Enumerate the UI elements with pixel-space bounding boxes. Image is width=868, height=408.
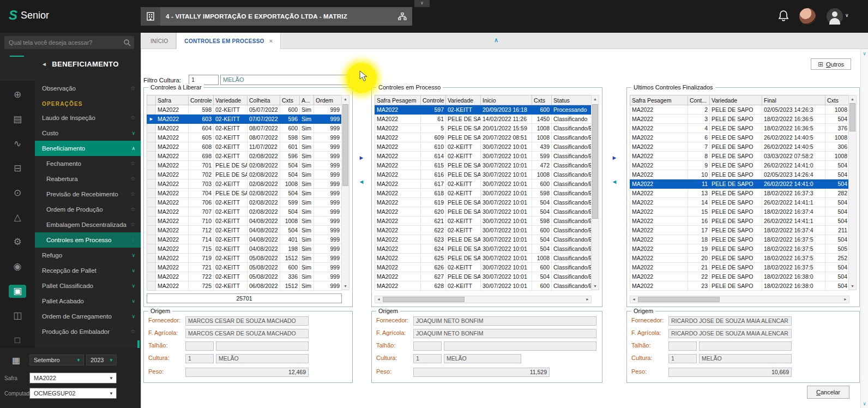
- table-row[interactable]: MA202259802-KEITT05/07/2022600Sim999: [147, 105, 342, 115]
- agricola-field[interactable]: RICARDO JOSE DE SOUZA MAIA ALENCAR: [668, 329, 792, 338]
- analytics-icon[interactable]: ▤: [9, 113, 26, 126]
- sidebar-item-recepcao-de-pallet[interactable]: Recepção de Pallet∨: [35, 263, 141, 278]
- scroll-thumb[interactable]: [638, 297, 720, 302]
- scroll-down-icon[interactable]: ▼: [342, 283, 349, 290]
- lab-icon[interactable]: △: [9, 211, 26, 224]
- company-selector[interactable]: 4 - VITALLY IMPORTAÇÃO E EXPORTAÇÃO LTDA…: [141, 7, 412, 26]
- table-row[interactable]: MA202262802-KEITT30/07/2022 10:01600Clas…: [375, 281, 592, 291]
- table-row[interactable]: MA202261002-KEITT30/07/2022 10:01439Clas…: [375, 142, 592, 152]
- column-header[interactable]: Cxts: [532, 95, 552, 105]
- sidebar-item-pallet-classificado[interactable]: Pallet Classificado∨: [35, 278, 141, 293]
- table-row[interactable]: MA202217PELE DE SAPO18/02/2022 16:37:421…: [630, 226, 849, 235]
- scroll-up-icon[interactable]: ▲: [342, 95, 349, 103]
- safra-select[interactable]: MA2022 ▼: [29, 373, 117, 383]
- table-row[interactable]: MA202220PELE DE SAPO18/02/2022 16:37:525…: [630, 254, 849, 263]
- table-row[interactable]: MA2022623PELE DE SAP30/07/2022 10:01504C…: [375, 235, 592, 244]
- scroll-thumb[interactable]: [592, 104, 598, 219]
- column-header[interactable]: Ordem: [314, 95, 342, 105]
- chevron-down-icon[interactable]: ∨: [131, 278, 135, 293]
- tab-controles-em-processo[interactable]: CONTROLES EM PROCESSO ×: [176, 33, 281, 49]
- table-row[interactable]: MA202213PELE DE SAPO18/02/2022 16:37:328…: [630, 189, 849, 198]
- table-row[interactable]: MA202261402-KEITT30/07/2022 10:01599Clas…: [375, 152, 592, 161]
- vertical-scrollbar[interactable]: ▲ ▼: [848, 95, 857, 290]
- table-row[interactable]: MA2022615PELE DE SAP30/07/2022 10:01472C…: [375, 161, 592, 170]
- table-row[interactable]: MA202260502-KEITT08/07/2022598Sim999: [147, 133, 342, 142]
- table-row[interactable]: MA202270702-KEITT02/08/2022504Sim999: [147, 207, 342, 217]
- page-scrollbar[interactable]: ∨ ∨: [860, 49, 868, 408]
- table-row[interactable]: MA202218PELE DE SAPO18/02/2022 16:37:550…: [630, 235, 849, 244]
- production-icon[interactable]: ∿: [9, 137, 26, 151]
- sidebar-item-ordem-de-producao[interactable]: Ordem de Produção☆: [35, 202, 141, 217]
- talhao-code-field[interactable]: [668, 341, 697, 351]
- table-row[interactable]: MA20226PELE DE SAPO26/02/2022 14:40:5100…: [630, 133, 849, 142]
- account-icon[interactable]: [827, 8, 843, 25]
- table-row[interactable]: MA20223PELE DE SAPO18/02/2022 16:36:5504: [630, 115, 849, 124]
- column-header[interactable]: A...: [300, 95, 314, 105]
- table-row[interactable]: MA2022702PELE DE SAP02/08/2022504Sim999: [147, 170, 342, 179]
- table-row[interactable]: MA20225PELE DE SAP20/01/2022 15:591008Cl…: [375, 124, 592, 133]
- warehouse-icon[interactable]: ◫: [9, 309, 26, 322]
- close-tab-icon[interactable]: ×: [269, 38, 273, 44]
- column-header[interactable]: Variedade: [710, 95, 762, 105]
- sidebar-item-laudo-de-inspecao[interactable]: Laudo de Inspeção☆: [35, 110, 141, 125]
- table-row[interactable]: MA202214PELE DE SAPO26/02/2022 14:41:150…: [630, 198, 849, 207]
- column-header[interactable]: Inicio: [481, 95, 532, 105]
- star-icon[interactable]: ☆: [130, 324, 135, 339]
- computer-select[interactable]: OCMEGSUP02 ▼: [29, 388, 117, 399]
- cultura-code-field[interactable]: 1: [185, 354, 214, 363]
- quality-icon[interactable]: ⊙: [9, 187, 26, 200]
- globe-icon[interactable]: ⊕: [9, 88, 26, 101]
- star-icon[interactable]: ☆: [130, 232, 135, 248]
- cultura-code-field[interactable]: 1: [668, 354, 697, 363]
- table-row[interactable]: MA202270302-KEITT02/08/20221008Sim999: [147, 179, 342, 189]
- column-header[interactable]: Cxts: [280, 95, 300, 105]
- horizontal-scrollbar[interactable]: ◄ ►: [375, 296, 592, 303]
- scroll-down-icon[interactable]: ▼: [849, 283, 856, 290]
- star-icon[interactable]: ☆: [130, 171, 135, 187]
- talhao-desc-field[interactable]: [444, 341, 596, 351]
- back-chevron-icon[interactable]: ◄: [41, 61, 47, 67]
- controles-em-processo-grid[interactable]: Safra PesagemControleVariedadeInicioCxts…: [375, 95, 592, 291]
- cancel-button[interactable]: Cancelar: [807, 386, 849, 399]
- column-header[interactable]: Safra Pesagem: [630, 95, 688, 105]
- chevron-down-icon[interactable]: ∨: [131, 125, 135, 141]
- star-icon[interactable]: ☆: [130, 110, 135, 125]
- table-row[interactable]: MA202262602-KEITT30/07/2022 10:01600Clas…: [375, 263, 592, 272]
- table-row[interactable]: MA202271202-KEITT04/08/2022504Sim999: [147, 226, 342, 235]
- table-row[interactable]: MA202262202-KEITT30/07/2022 10:01600Clas…: [375, 226, 592, 235]
- column-header[interactable]: Controle: [421, 95, 446, 105]
- sidebar-item-reabertura[interactable]: Reabertura☆: [35, 171, 141, 187]
- scroll-up-indicator-icon[interactable]: ∧: [494, 37, 498, 44]
- table-row[interactable]: MA202216PELE DE SAPO26/02/2022 14:41:150…: [630, 217, 849, 226]
- vertical-scrollbar[interactable]: ▲ ▼: [341, 95, 349, 290]
- sidebar-item-previsao-de-recebimento[interactable]: Previsão de Recebimento☆: [35, 187, 141, 202]
- chevron-down-icon[interactable]: ∨: [131, 309, 135, 324]
- terminal-icon[interactable]: ▣: [9, 285, 26, 298]
- cultura-desc-field[interactable]: MELÃO: [444, 354, 521, 363]
- scroll-up-icon[interactable]: ▲: [849, 95, 856, 103]
- package-icon[interactable]: □: [9, 334, 26, 347]
- user-icon[interactable]: ◉: [9, 260, 26, 273]
- table-row[interactable]: MA202262102-KEITT30/07/2022 10:01598Clas…: [375, 217, 592, 226]
- column-header[interactable]: Safra Pesagem: [375, 95, 421, 105]
- table-row[interactable]: MA20222PELE DE SAPO02/05/2023 14:26:3100…: [630, 105, 849, 115]
- peso-field[interactable]: 11,529: [413, 368, 550, 377]
- outros-button[interactable]: ⊞ Outros: [811, 58, 851, 70]
- horizontal-scrollbar[interactable]: ◄ ►: [630, 296, 849, 303]
- sidebar-item-refugo[interactable]: Refugo∨: [35, 248, 141, 263]
- table-row[interactable]: MA202261PELE DE SAP14/02/2022 11:261450C…: [375, 115, 592, 124]
- star-icon[interactable]: ☆: [130, 156, 135, 171]
- column-header[interactable]: Controle: [189, 95, 214, 105]
- table-row[interactable]: MA202272102-KEITT05/08/2022600Sim999: [147, 263, 342, 272]
- sidebar-item-producao-do-embalador[interactable]: Produção do Embalador☆: [35, 324, 141, 339]
- table-row[interactable]: MA202271002-KEITT04/08/20221008Sim999: [147, 217, 342, 226]
- scroll-thumb[interactable]: [849, 103, 855, 131]
- table-row[interactable]: MA2022625PELE DE SAP30/07/2022 10:011008…: [375, 254, 592, 263]
- star-icon[interactable]: ☆: [130, 202, 135, 217]
- agricola-field[interactable]: JOAQUIM NETO BONFIM: [413, 329, 596, 338]
- table-row[interactable]: MA202269802-KEITT02/08/2022596Sim999: [147, 152, 342, 161]
- sidebar-item-controles-em-processo[interactable]: Controles em Processo☆: [35, 232, 141, 248]
- org-structure-icon[interactable]: [393, 11, 412, 22]
- table-row[interactable]: MA20228PELE DE SAPO03/03/2022 07:58:2100…: [630, 152, 849, 161]
- logistics-icon[interactable]: ⊟: [9, 162, 26, 175]
